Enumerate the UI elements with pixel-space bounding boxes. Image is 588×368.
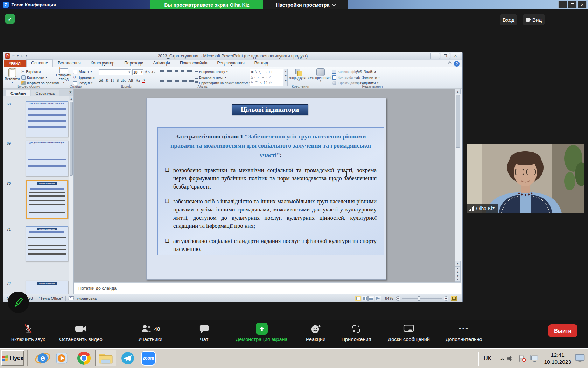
grow-font-button[interactable]: A˄ (145, 69, 150, 75)
panel-close-icon[interactable]: ✕ (69, 90, 72, 95)
view-layout-button[interactable]: Вид (523, 14, 545, 25)
text-shadow-button[interactable]: S (117, 78, 119, 83)
strikethrough-button[interactable]: abc (121, 79, 126, 82)
scroll-up-icon[interactable]: ▲ (69, 96, 74, 101)
tab-home[interactable]: Основне (26, 59, 53, 67)
italic-button[interactable]: К (106, 78, 108, 83)
slide-sorter-button[interactable] (362, 296, 368, 301)
scroll-down-icon[interactable]: ▼ (455, 261, 461, 266)
redo-icon[interactable]: ↻ (20, 54, 24, 58)
unmute-button[interactable]: Включить звук (6, 322, 50, 342)
slideshow-button[interactable] (375, 296, 381, 301)
whiteboards-button[interactable]: Доски сообщений (381, 322, 437, 342)
quick-styles-button[interactable]: Експрес-стилі▾ (310, 68, 331, 84)
bullets-icon[interactable] (160, 70, 164, 74)
taskbar-media-player[interactable] (53, 350, 71, 366)
new-slide-button[interactable]: Створити слайд▾ (56, 68, 72, 84)
shapes-gallery-scroll[interactable]: ▲▼▼ (284, 69, 288, 86)
tab-animations[interactable]: Анімація (148, 59, 175, 67)
fit-to-window-button[interactable] (451, 296, 457, 301)
language-indicator[interactable]: UK (484, 355, 491, 362)
font-size-combobox[interactable]: 18▾ (132, 69, 144, 75)
annotation-tool-button[interactable] (8, 292, 29, 313)
increase-indent-icon[interactable] (181, 70, 184, 74)
stop-video-button[interactable]: Остановить видео (53, 322, 108, 342)
taskbar-file-explorer[interactable] (95, 350, 116, 366)
ribbon-collapse-icon[interactable] (448, 61, 451, 65)
tab-slides[interactable]: Слайди (6, 90, 30, 96)
paste-button[interactable]: Вставити▾ (4, 68, 20, 84)
start-button[interactable]: Пуск (1, 350, 24, 366)
previous-slide-button[interactable]: ▲▲ (455, 266, 461, 274)
font-dialog-launcher[interactable] (153, 85, 156, 88)
action-center-flag-icon[interactable] (518, 355, 527, 362)
network-icon[interactable] (530, 355, 539, 362)
align-center-icon[interactable] (167, 79, 172, 82)
numbering-icon[interactable] (167, 70, 172, 74)
restore-button[interactable] (568, 1, 577, 8)
theme-name[interactable]: "Тема Office" (39, 296, 63, 300)
slide-thumbnail-71[interactable]: Цільові індикатори (26, 226, 68, 261)
underline-button[interactable]: П (111, 78, 114, 83)
slide-thumbnail-68[interactable]: ДЛЯ ДОСЯГНЕННЯ СТРАТЕГІЧНОЇ ЦІЛІ (26, 101, 68, 137)
align-right-icon[interactable] (175, 79, 179, 82)
leave-meeting-button[interactable]: Выйти (548, 324, 578, 337)
show-desktop-icon[interactable] (575, 354, 586, 363)
next-slide-button[interactable]: ▼▼ (455, 274, 461, 282)
copy-button[interactable]: Копіювати ▾ (21, 75, 47, 80)
ppt-restore-button[interactable]: ❐ (441, 53, 450, 59)
replace-button[interactable]: abЗамінити ▾ (356, 75, 380, 80)
bold-button[interactable]: Ж (99, 78, 103, 83)
reactions-button[interactable]: Реакции (302, 322, 330, 342)
notes-pane[interactable]: Нотатки до слайда (74, 282, 461, 294)
slide-scrollbar[interactable]: ▲ ▼ ▲▲ ▼▼ (455, 89, 461, 282)
tab-file[interactable]: Файл (4, 60, 26, 67)
shrink-font-button[interactable]: A˅ (151, 70, 155, 74)
tab-view[interactable]: Вигляд (250, 59, 273, 67)
login-button[interactable]: Вход (500, 14, 517, 25)
ppt-minimize-button[interactable]: ─ (430, 53, 440, 59)
tab-design[interactable]: Конструктор (86, 59, 119, 67)
spellcheck-icon[interactable] (68, 296, 74, 300)
tab-outline[interactable]: Структура (31, 90, 59, 96)
ppt-titlebar[interactable]: P ↶▾ ↻ ▾ 2023_Стратегування. - Microsoft… (3, 52, 462, 60)
align-text-button[interactable]: Вирівняти текст ▾ (195, 75, 226, 80)
current-slide[interactable]: Цільові індикатори За стратегічною ціллю… (146, 98, 386, 280)
close-button[interactable]: ✕ (578, 1, 587, 8)
participants-button[interactable]: 48 Участники (130, 322, 170, 342)
taskbar-zoom-app[interactable]: zoom (139, 350, 158, 366)
cut-button[interactable]: ✂Вирізати (21, 69, 41, 74)
shapes-gallery[interactable]: ▣ ╲ ╲ □ ○ ▢ △ ⌐ ⌐ → ↓ ⌂ ✎ ⌒ ∿ { } ☆ (250, 69, 283, 86)
view-options-dropdown[interactable]: Настройки просмотра (263, 0, 348, 9)
apps-button[interactable]: Приложения (335, 322, 377, 342)
line-spacing-icon[interactable] (187, 70, 192, 74)
layout-button[interactable]: Макет ▾ (73, 69, 92, 74)
participant-video[interactable]: Olha Kiz (467, 144, 584, 213)
decrease-indent-icon[interactable] (175, 70, 178, 74)
clipboard-dialog-launcher[interactable] (51, 85, 54, 88)
find-button[interactable]: ⊙⊙Знайти (356, 69, 376, 74)
text-direction-button[interactable]: Напрямок тексту ▾ (195, 69, 227, 74)
slide-thumbnail-72[interactable]: Цільові індикатори (26, 281, 68, 294)
panel-scrollbar[interactable]: ▲ (69, 96, 74, 294)
normal-view-button[interactable] (355, 296, 361, 301)
powerpoint-icon[interactable]: P (5, 53, 10, 59)
undo-icon[interactable]: ↶ (12, 54, 15, 58)
slide-title-box[interactable]: Цільові індикатори (232, 104, 308, 115)
taskbar-internet-explorer[interactable]: e (34, 350, 52, 366)
hidden-icons-chevron[interactable]: ︽ (500, 356, 504, 361)
tab-review[interactable]: Рецензування (212, 59, 249, 67)
undo-dropdown[interactable]: ▾ (17, 54, 19, 57)
drawing-dialog-launcher[interactable] (349, 85, 352, 88)
qat-customize-icon[interactable]: ▾ (26, 54, 27, 57)
tab-slideshow[interactable]: Показ слайдів (175, 59, 212, 67)
share-screen-button[interactable]: Демонстрация экрана (229, 322, 294, 342)
volume-icon[interactable] (506, 355, 514, 362)
scrollbar-thumb[interactable] (70, 102, 73, 176)
chat-button[interactable]: Чат (192, 322, 216, 342)
reading-view-button[interactable] (368, 296, 374, 301)
tray-clock[interactable]: 12:41 10.10.2023 (544, 352, 571, 365)
ppt-close-button[interactable]: ✕ (451, 53, 460, 59)
taskbar-telegram[interactable] (119, 350, 136, 366)
paragraph-dialog-launcher[interactable] (244, 85, 247, 88)
